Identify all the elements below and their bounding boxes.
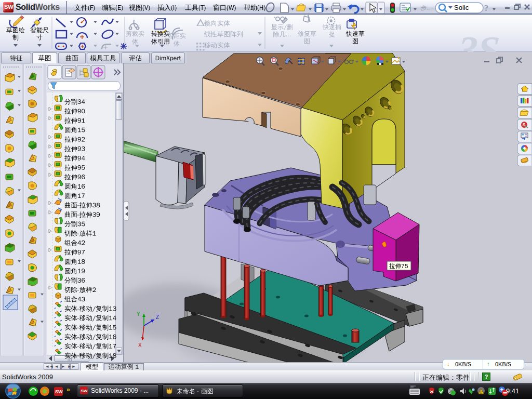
svg-text:3S: 3S	[455, 28, 501, 52]
svg-text:»: »	[66, 386, 70, 393]
svg-text:!: !	[481, 391, 482, 394]
svg-text:Y: Y	[137, 311, 140, 317]
svg-text:SW: SW	[55, 389, 63, 394]
svg-text:S: S	[523, 122, 526, 127]
svg-text:步..: 步..	[421, 5, 430, 11]
svg-text:Solic: Solic	[454, 4, 469, 11]
svg-text:Z: Z	[156, 314, 159, 320]
svg-text:SW: SW	[81, 389, 88, 393]
svg-text:X: X	[138, 342, 142, 348]
svg-text:?: ?	[484, 4, 488, 12]
